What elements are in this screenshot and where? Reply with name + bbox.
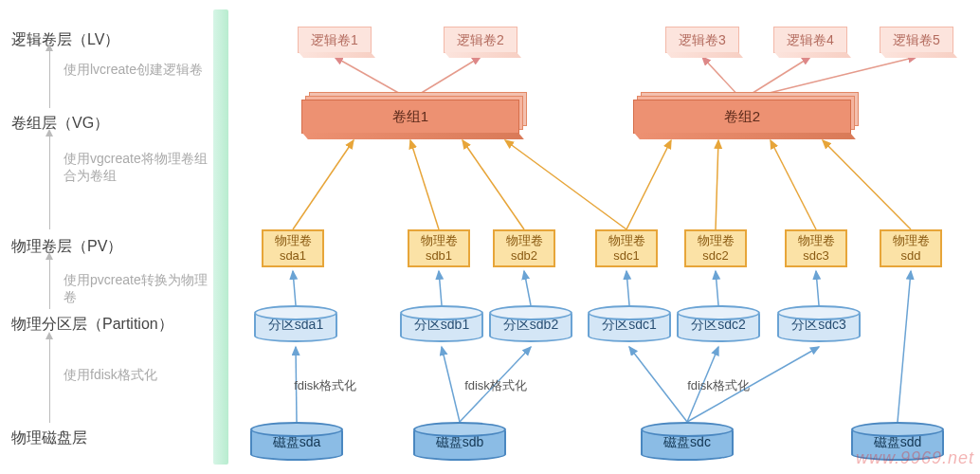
legend-pv-note: 使用pvcreate转换为物理卷 bbox=[64, 271, 215, 305]
pv-label: 物理卷 bbox=[421, 233, 458, 248]
partition-label: 分区sdb1 bbox=[414, 317, 469, 334]
vg-stack: 卷组2 bbox=[633, 100, 859, 141]
svg-line-15 bbox=[524, 271, 531, 305]
svg-line-25 bbox=[898, 271, 911, 422]
lv-box: 逻辑卷2 bbox=[444, 27, 517, 53]
pv-box: 物理卷sda1 bbox=[262, 229, 324, 267]
pv-box: 物理卷sdb2 bbox=[493, 229, 555, 267]
lv-label: 逻辑卷2 bbox=[457, 32, 504, 48]
disk-label: 磁盘sdc bbox=[663, 434, 711, 451]
svg-line-13 bbox=[293, 271, 296, 305]
svg-line-18 bbox=[816, 271, 819, 305]
partition-cylinder: 分区sdb2 bbox=[489, 308, 572, 342]
lv-box: 逻辑卷1 bbox=[298, 27, 372, 53]
partition-label: 分区sda1 bbox=[268, 317, 323, 334]
lv-label: 逻辑卷1 bbox=[311, 32, 358, 48]
pv-box: 物理卷sdc1 bbox=[595, 229, 658, 267]
fdisk-label: fdisk格式化 bbox=[453, 377, 538, 394]
pv-sub: sdb1 bbox=[426, 248, 452, 264]
partition-cylinder: 分区sdb1 bbox=[400, 308, 483, 342]
pv-box: 物理卷sdd bbox=[880, 229, 942, 267]
vertical-divider bbox=[213, 9, 228, 465]
partition-label: 分区sdc2 bbox=[691, 317, 746, 334]
partition-label: 分区sdc3 bbox=[791, 317, 846, 334]
watermark: www.9969.net bbox=[856, 448, 974, 468]
pv-sub: sdc1 bbox=[613, 248, 639, 264]
partition-cylinder: 分区sdc2 bbox=[677, 308, 760, 342]
lv-box: 逻辑卷4 bbox=[773, 27, 847, 53]
pv-label: 物理卷 bbox=[893, 233, 930, 248]
disk-cylinder: 磁盘sda bbox=[250, 425, 343, 461]
svg-line-10 bbox=[716, 140, 718, 229]
disk-cylinder: 磁盘sdc bbox=[641, 425, 734, 461]
legend-arrow-icon bbox=[49, 337, 50, 423]
legend-part: 物理分区层（Partition） bbox=[11, 315, 206, 335]
pv-sub: sdc3 bbox=[803, 248, 828, 264]
pv-label: 物理卷 bbox=[698, 233, 735, 248]
partition-cylinder: 分区sda1 bbox=[254, 308, 337, 342]
legend-pv: 物理卷层（PV） bbox=[11, 237, 206, 257]
partition-cylinder: 分区sdc3 bbox=[777, 308, 861, 342]
svg-line-12 bbox=[823, 140, 911, 229]
pv-box: 物理卷sdc2 bbox=[684, 229, 747, 267]
pv-label: 物理卷 bbox=[798, 233, 835, 248]
legend-disk: 物理磁盘层 bbox=[11, 428, 206, 448]
pv-label: 物理卷 bbox=[506, 233, 543, 248]
vg-label: 卷组1 bbox=[392, 108, 428, 126]
vg-label: 卷组2 bbox=[724, 108, 760, 126]
legend-arrow-icon bbox=[49, 135, 50, 229]
legend-lv: 逻辑卷层（LV） bbox=[11, 30, 206, 50]
lv-box: 逻辑卷5 bbox=[880, 27, 953, 53]
diagram-canvas: 逻辑卷1 逻辑卷2 逻辑卷3 逻辑卷4 逻辑卷5 卷组1 卷组2 物理卷sda1… bbox=[245, 0, 974, 474]
partition-label: 分区sdc1 bbox=[602, 317, 657, 334]
legend-part-note: 使用fdisk格式化 bbox=[64, 366, 215, 383]
legend-lv-note: 使用lvcreate创建逻辑卷 bbox=[64, 61, 215, 78]
svg-line-6 bbox=[410, 140, 439, 229]
pv-sub: sdd bbox=[901, 248, 921, 264]
disk-label: 磁盘sda bbox=[273, 434, 321, 451]
svg-line-14 bbox=[439, 271, 442, 305]
svg-line-7 bbox=[463, 140, 524, 229]
disk-cylinder: 磁盘sdb bbox=[413, 425, 506, 461]
vg-box: 卷组2 bbox=[633, 100, 851, 134]
svg-line-16 bbox=[626, 271, 629, 305]
pv-sub: sdb2 bbox=[511, 248, 537, 264]
pv-sub: sdc2 bbox=[702, 248, 728, 264]
svg-line-17 bbox=[716, 271, 718, 305]
svg-line-5 bbox=[293, 140, 354, 229]
legend-vg: 卷组层（VG） bbox=[11, 114, 206, 134]
svg-line-8 bbox=[505, 140, 626, 229]
lv-label: 逻辑卷3 bbox=[679, 32, 726, 48]
svg-line-9 bbox=[626, 140, 671, 229]
lv-label: 逻辑卷5 bbox=[893, 32, 940, 48]
disk-label: 磁盘sdb bbox=[436, 434, 484, 451]
pv-box: 物理卷sdc3 bbox=[785, 229, 847, 267]
vg-stack: 卷组1 bbox=[301, 100, 527, 141]
pv-sub: sda1 bbox=[280, 248, 306, 264]
lv-box: 逻辑卷3 bbox=[665, 27, 739, 53]
pv-label: 物理卷 bbox=[608, 233, 645, 248]
pv-label: 物理卷 bbox=[275, 233, 312, 248]
fdisk-label: fdisk格式化 bbox=[676, 377, 761, 394]
legend-arrow-icon bbox=[49, 258, 50, 309]
svg-line-11 bbox=[771, 140, 816, 229]
fdisk-label: fdisk格式化 bbox=[282, 377, 368, 394]
pv-box: 物理卷sdb1 bbox=[408, 229, 470, 267]
legend-vg-note: 使用vgcreate将物理卷组合为卷组 bbox=[64, 150, 215, 184]
partition-label: 分区sdb2 bbox=[503, 317, 558, 334]
lv-label: 逻辑卷4 bbox=[787, 32, 834, 48]
legend-arrow-icon bbox=[49, 49, 50, 108]
vg-box: 卷组1 bbox=[301, 100, 519, 134]
partition-cylinder: 分区sdc1 bbox=[588, 308, 671, 342]
